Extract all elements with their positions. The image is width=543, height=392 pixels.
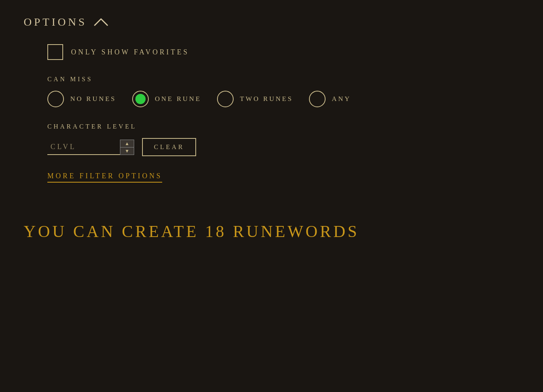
options-title: OPTIONS [24,16,87,28]
radio-label-any: ANY [332,95,351,103]
radio-any[interactable] [309,91,326,107]
more-filter-wrapper: MORE FILTER OPTIONS [47,172,519,206]
clear-button[interactable]: CLEAR [142,138,196,156]
radio-option-one-rune[interactable]: ONE RUNE [132,91,201,107]
clvl-input-row: ▲ ▼ CLEAR [47,138,519,156]
radio-label-two-runes: TWO RUNES [240,95,293,103]
favorites-row: ONLY SHOW FAVORITES [47,44,519,60]
can-miss-radio-group: NO RUNES ONE RUNE TWO RUNES ANY [47,91,519,107]
radio-option-two-runes[interactable]: TWO RUNES [217,91,293,107]
clvl-decrement-button[interactable]: ▼ [120,147,134,155]
clvl-increment-button[interactable]: ▲ [120,140,134,147]
character-level-label: CHARACTER LEVEL [47,123,519,130]
radio-label-no-runes: NO RUNES [70,95,116,103]
radio-one-rune[interactable] [132,91,149,107]
radio-no-runes[interactable] [47,91,64,107]
can-miss-section: CAN MISS NO RUNES ONE RUNE TWO RUNES ANY [47,76,519,107]
can-miss-label: CAN MISS [47,76,519,83]
radio-option-any[interactable]: ANY [309,91,351,107]
clvl-spinner: ▲ ▼ [120,140,134,155]
favorites-checkbox[interactable] [47,44,63,60]
character-level-section: CHARACTER LEVEL ▲ ▼ CLEAR [47,123,519,156]
options-header: OPTIONS [24,16,519,28]
favorites-label: ONLY SHOW FAVORITES [71,48,189,56]
radio-two-runes[interactable] [217,91,234,107]
chevron-up-icon[interactable] [93,17,109,27]
radio-option-no-runes[interactable]: NO RUNES [47,91,116,107]
clvl-input-wrapper: ▲ ▼ [47,140,134,155]
radio-label-one-rune: ONE RUNE [155,95,201,103]
more-filter-link[interactable]: MORE FILTER OPTIONS [47,172,162,183]
result-text: YOU CAN CREATE 18 RUNEWORDS [24,222,519,241]
